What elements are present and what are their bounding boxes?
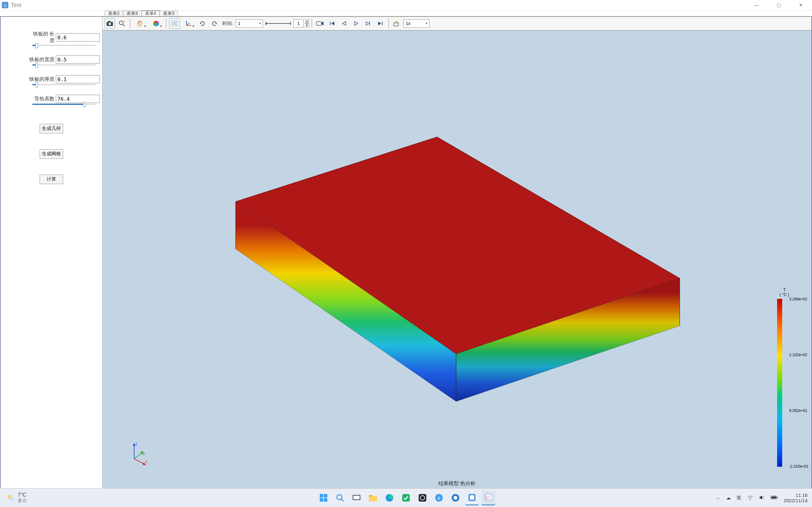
rotate-ccw-icon[interactable] — [197, 18, 208, 29]
app8-icon[interactable] — [449, 491, 462, 505]
maximize-button[interactable]: ▢ — [768, 0, 790, 10]
svg-line-18 — [187, 23, 190, 25]
window-controls: — ▢ ✕ — [745, 0, 812, 10]
param-slider-0[interactable] — [32, 45, 96, 46]
param-input-2[interactable] — [56, 75, 100, 83]
tray-chevron-icon[interactable]: ︿ — [716, 495, 720, 501]
param-slider-3[interactable] — [32, 104, 96, 105]
window-title: Test — [11, 2, 21, 9]
tab-表单4[interactable]: 表单4 — [142, 10, 160, 16]
svg-marker-19 — [200, 23, 201, 24]
app-icon: ◱ — [2, 2, 8, 8]
svg-marker-29 — [378, 21, 381, 25]
legend-tick: 3.269e+02 — [789, 297, 807, 301]
skip-last-icon[interactable] — [375, 18, 386, 29]
palette-icon[interactable]: ▼ — [133, 18, 148, 29]
app9-icon[interactable] — [465, 491, 479, 505]
svg-rect-28 — [369, 21, 370, 25]
svg-line-44 — [134, 453, 142, 459]
volume-icon[interactable] — [759, 495, 765, 501]
side-button-1[interactable]: 生成网格 — [40, 149, 63, 159]
time-combo[interactable]: 1▼ — [236, 19, 263, 27]
export-icon[interactable] — [392, 18, 402, 29]
wifi-icon[interactable] — [747, 495, 753, 501]
weather-desc: 多云 — [18, 498, 27, 504]
svg-rect-3 — [108, 21, 110, 22]
expand-icon[interactable] — [169, 18, 180, 29]
side-button-2[interactable]: 计算 — [40, 175, 63, 184]
step-forward-icon[interactable] — [363, 18, 374, 29]
svg-text:e: e — [438, 495, 441, 501]
param-input-1[interactable] — [56, 55, 100, 64]
app6-icon[interactable] — [415, 491, 429, 505]
svg-text:✦: ✦ — [123, 20, 125, 23]
close-button[interactable]: ✕ — [790, 0, 812, 10]
battery-icon[interactable] — [770, 495, 778, 501]
svg-line-41 — [134, 459, 144, 464]
taskbar: 7°C 多云 e — [0, 488, 812, 507]
tray-cloud-icon[interactable]: ☁ — [726, 495, 731, 501]
svg-rect-67 — [470, 495, 474, 500]
rotate-cw-icon[interactable] — [209, 18, 220, 29]
step-back-icon[interactable] — [339, 18, 350, 29]
svg-rect-57 — [369, 496, 377, 501]
svg-rect-52 — [324, 498, 327, 502]
svg-point-2 — [109, 23, 110, 24]
side-button-0[interactable]: 生成几何 — [40, 124, 63, 133]
app5-icon[interactable] — [399, 491, 413, 505]
svg-marker-25 — [343, 21, 346, 25]
app7-icon[interactable]: e — [432, 491, 446, 505]
tab-表单3[interactable]: 表单3 — [123, 11, 142, 16]
svg-marker-27 — [366, 21, 368, 25]
axes-icon[interactable]: ▼ — [181, 18, 196, 29]
svg-rect-61 — [419, 494, 426, 502]
explorer-icon[interactable] — [366, 491, 380, 505]
svg-rect-51 — [320, 498, 323, 502]
param-input-0[interactable] — [56, 33, 100, 42]
frame-spin-buttons[interactable]: ▲▼ — [305, 19, 309, 27]
time-slider[interactable] — [265, 23, 291, 24]
svg-point-9 — [141, 21, 142, 22]
svg-point-71 — [750, 499, 751, 500]
svg-rect-56 — [353, 496, 360, 499]
ime-indicator[interactable]: 英 — [737, 495, 741, 501]
cube-color-icon[interactable]: ▼ — [149, 18, 163, 29]
param-label: 铁板的厚度 — [29, 76, 56, 83]
speed-combo[interactable]: 1x▼ — [403, 19, 429, 27]
start-button[interactable] — [316, 491, 331, 505]
minimize-button[interactable]: — — [745, 0, 768, 10]
record-icon[interactable] — [315, 18, 325, 29]
tab-表单5[interactable]: 表单5 — [159, 11, 178, 16]
svg-point-7 — [138, 22, 139, 23]
zoom-icon[interactable]: ✦ — [116, 18, 127, 29]
svg-rect-30 — [382, 21, 383, 25]
search-icon[interactable] — [333, 491, 347, 505]
app10-icon[interactable] — [481, 491, 496, 505]
play-icon[interactable] — [351, 18, 362, 29]
param-label: 导热系数 — [29, 96, 56, 102]
svg-rect-74 — [771, 497, 776, 498]
viewport-canvas[interactable]: z x y T ( °C ) 3.269e+022.102e+029.352e+… — [102, 31, 811, 489]
form-tabs: 表单2表单3表单4表单5 — [0, 10, 812, 17]
coordinate-axes: z x y — [128, 441, 147, 460]
taskview-icon[interactable] — [350, 491, 363, 505]
skip-first-icon[interactable] — [327, 18, 338, 29]
screenshot-icon[interactable] — [104, 18, 115, 29]
svg-rect-50 — [324, 494, 327, 498]
param-slider-2[interactable] — [32, 84, 96, 85]
svg-marker-26 — [355, 21, 358, 25]
viewport-wrap: ✦ ▼ ▼ ▼ 时间: — [102, 17, 811, 489]
param-row-2: 铁板的厚度 — [29, 75, 102, 83]
edge-icon[interactable] — [383, 491, 397, 505]
legend-bar: 3.269e+022.102e+029.352e+01-2.315e+01 — [777, 299, 782, 467]
frame-spin[interactable]: 1 — [293, 19, 304, 27]
weather-widget[interactable]: 7°C 多云 — [6, 492, 27, 504]
main-area: 铁板的 长度铁板的宽度铁板的厚度导热系数生成几何生成网格计算 ✦ ▼ ▼ — [0, 17, 812, 490]
svg-marker-20 — [215, 23, 217, 24]
svg-rect-31 — [394, 23, 398, 26]
svg-marker-39 — [133, 443, 136, 446]
tab-表单2[interactable]: 表单2 — [105, 11, 123, 16]
param-input-3[interactable] — [56, 95, 100, 103]
clock[interactable]: 11:16 2022/11/14 — [784, 493, 808, 503]
param-slider-1[interactable] — [32, 64, 96, 66]
